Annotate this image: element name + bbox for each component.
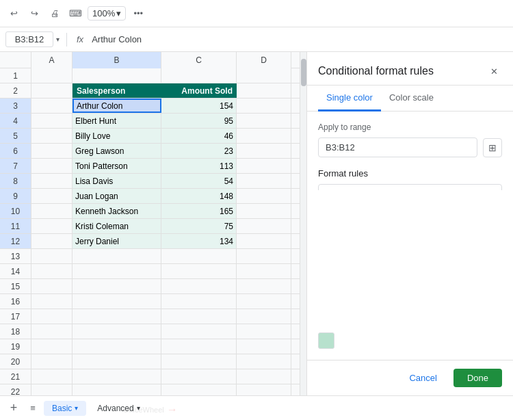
cell[interactable]	[237, 234, 291, 248]
cell-amount-header[interactable]: Amount Sold	[161, 83, 237, 98]
cell[interactable]: 54	[161, 174, 237, 188]
cell[interactable]	[237, 129, 291, 143]
cell[interactable]	[237, 294, 291, 309]
done-button[interactable]: Done	[453, 369, 502, 387]
cell[interactable]	[161, 309, 237, 324]
cell[interactable]	[31, 279, 73, 293]
cell[interactable]	[31, 99, 73, 113]
cell[interactable]	[237, 339, 291, 354]
cell[interactable]: 154	[161, 99, 237, 113]
cell[interactable]: Kristi Coleman	[73, 219, 161, 233]
cell[interactable]	[31, 294, 73, 309]
cell[interactable]	[73, 264, 161, 278]
cell[interactable]: 95	[161, 114, 237, 128]
cell[interactable]	[237, 114, 291, 128]
cell[interactable]	[237, 159, 291, 173]
cell[interactable]: Jerry Daniel	[73, 234, 161, 248]
cell[interactable]: 23	[161, 144, 237, 158]
sheet-menu-button[interactable]: ≡	[25, 400, 41, 417]
cell[interactable]	[237, 83, 291, 98]
fill-color-box[interactable]	[318, 332, 334, 349]
cell[interactable]	[237, 204, 291, 218]
cell[interactable]: Kenneth Jackson	[73, 204, 161, 218]
format-rule-dropdown[interactable]: Date is after ▲ Greater than Greater tha…	[318, 184, 502, 190]
cell[interactable]	[31, 129, 73, 143]
cell[interactable]	[73, 369, 161, 384]
cell[interactable]	[161, 369, 237, 384]
cell[interactable]	[161, 294, 237, 309]
vertical-scrollbar[interactable]	[300, 52, 306, 395]
cell-reference-input[interactable]	[5, 31, 53, 47]
format-button[interactable]: ⌨	[67, 5, 83, 22]
cell[interactable]	[73, 309, 161, 324]
redo-button[interactable]: ↪	[26, 5, 42, 22]
cell[interactable]: 134	[161, 234, 237, 248]
cell[interactable]	[31, 369, 73, 384]
tab-color-scale[interactable]: Color scale	[381, 86, 442, 111]
col-header-b[interactable]: B	[73, 52, 161, 68]
cell[interactable]	[237, 68, 291, 83]
cell[interactable]: 148	[161, 189, 237, 203]
cell[interactable]	[73, 279, 161, 293]
more-options-button[interactable]: •••	[130, 5, 146, 22]
cell[interactable]: 75	[161, 219, 237, 233]
cell[interactable]	[161, 384, 237, 395]
cell-salesperson-header[interactable]: Salesperson	[73, 83, 161, 98]
cell[interactable]	[237, 279, 291, 293]
cell[interactable]: 113	[161, 159, 237, 173]
cell[interactable]	[31, 68, 73, 83]
cell[interactable]	[31, 384, 73, 395]
cell[interactable]	[161, 264, 237, 278]
cell[interactable]	[237, 99, 291, 113]
cell[interactable]	[237, 309, 291, 324]
range-input[interactable]	[318, 137, 477, 157]
cell[interactable]	[31, 339, 73, 354]
cell[interactable]	[237, 249, 291, 263]
col-header-a[interactable]: A	[31, 52, 73, 68]
cell[interactable]: Juan Logan	[73, 189, 161, 203]
cell[interactable]	[237, 384, 291, 395]
cell[interactable]	[73, 384, 161, 395]
col-header-d[interactable]: D	[237, 52, 291, 68]
cell[interactable]	[31, 114, 73, 128]
add-sheet-button[interactable]: +	[5, 400, 22, 417]
cell[interactable]	[237, 219, 291, 233]
cell[interactable]	[73, 294, 161, 309]
zoom-control[interactable]: 100% ▾	[88, 6, 126, 21]
cell[interactable]	[31, 249, 73, 263]
cell[interactable]	[73, 354, 161, 369]
cell[interactable]	[31, 204, 73, 218]
cell[interactable]	[237, 144, 291, 158]
cell[interactable]	[73, 324, 161, 339]
cell[interactable]	[31, 324, 73, 339]
cell[interactable]	[237, 354, 291, 369]
cell[interactable]	[237, 369, 291, 384]
cell[interactable]: 165	[161, 204, 237, 218]
cell[interactable]	[31, 144, 73, 158]
cell[interactable]	[31, 354, 73, 369]
cell[interactable]	[161, 354, 237, 369]
cell[interactable]	[237, 324, 291, 339]
cell[interactable]	[237, 189, 291, 203]
cancel-button[interactable]: Cancel	[398, 369, 447, 387]
cell[interactable]	[161, 339, 237, 354]
col-header-c[interactable]: C	[161, 52, 237, 68]
cell[interactable]	[161, 324, 237, 339]
cell[interactable]	[161, 279, 237, 293]
sheet-tab-advanced[interactable]: Advanced ▾	[89, 401, 148, 416]
cell[interactable]	[237, 264, 291, 278]
cell[interactable]	[161, 68, 237, 83]
dropdown-selected-item[interactable]: Date is after ▲	[319, 185, 501, 190]
cell[interactable]	[31, 234, 73, 248]
sheet-tab-basic[interactable]: Basic ▾	[44, 401, 86, 416]
cell[interactable]	[31, 189, 73, 203]
cell[interactable]	[73, 68, 161, 83]
cell[interactable]: Lisa Davis	[73, 174, 161, 188]
cell[interactable]: Toni Patterson	[73, 159, 161, 173]
cell[interactable]	[31, 264, 73, 278]
cell[interactable]	[31, 174, 73, 188]
cell[interactable]	[237, 174, 291, 188]
cell[interactable]: 46	[161, 129, 237, 143]
panel-close-button[interactable]: ✕	[486, 63, 502, 79]
print-button[interactable]: 🖨	[47, 5, 63, 22]
